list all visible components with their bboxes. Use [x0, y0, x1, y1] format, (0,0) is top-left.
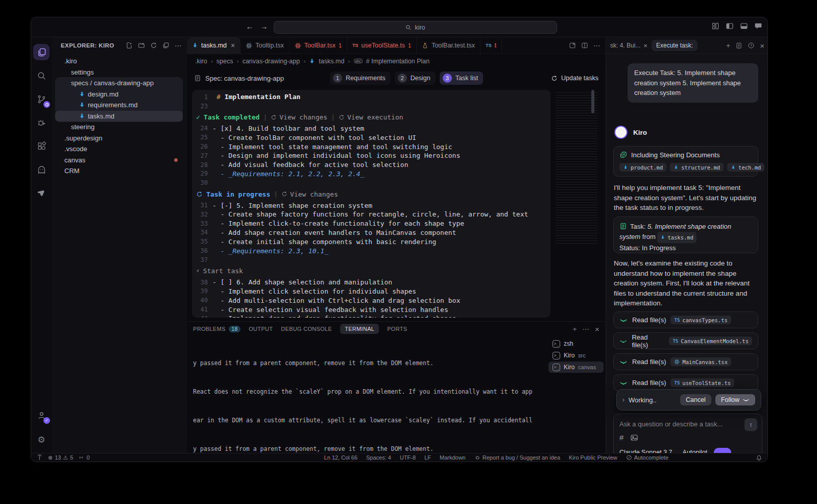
markdown-editor[interactable]: 1# Implementation Plan 23 ✓ Task complet…: [192, 90, 550, 318]
read-files-card[interactable]: Read file(s) TSCanvasElementModel.ts: [613, 332, 758, 349]
tree-item[interactable]: CRM: [55, 165, 183, 177]
tab-output[interactable]: OUTPUT: [249, 326, 273, 332]
editor-line[interactable]: 31- [-] 5. Implement shape creation syst…: [192, 201, 550, 210]
tree-item[interactable]: .kiro: [55, 56, 183, 67]
editor-line[interactable]: 29 - _Requirements: 2.1, 2.2, 2.3, 2.4_: [192, 170, 550, 179]
customize-layout-icon[interactable]: [711, 22, 719, 30]
file-chip[interactable]: TScanvasTypes.ts: [670, 316, 731, 324]
search-sidebar-icon[interactable]: [33, 67, 50, 84]
close-tab-icon[interactable]: ×: [231, 41, 235, 50]
command-center-search[interactable]: kiro: [274, 21, 557, 34]
editor-line[interactable]: 40 - Add multi-selection with Ctrl+click…: [192, 296, 550, 305]
new-chat-icon[interactable]: +: [726, 41, 730, 50]
editor-line[interactable]: 34 - Add shape creation event handlers t…: [192, 228, 550, 237]
terminal-instance-kiro-src[interactable]: >_ Kirosrc: [548, 350, 604, 361]
editor-line[interactable]: 32 - Create shape factory functions for …: [192, 210, 550, 219]
chat-input[interactable]: [619, 420, 739, 428]
editor-line[interactable]: 35 - Create initial shape components wit…: [192, 237, 550, 246]
minimap[interactable]: [556, 91, 597, 245]
chat-tab-previous[interactable]: sk: 4. Bui... ×: [610, 42, 647, 50]
terminal-instance-kiro-canvas[interactable]: >_ Kirocanvas: [548, 362, 604, 373]
read-files-card[interactable]: Read file(s) MainCanvas.tsx: [613, 353, 758, 370]
model-selector[interactable]: Claude Sonnet 3.7: [619, 449, 672, 453]
source-control-icon[interactable]: [33, 91, 50, 107]
language-mode[interactable]: Markdown: [440, 454, 466, 461]
autopilot-toggle[interactable]: [714, 448, 731, 453]
tree-item[interactable]: requirements.md: [55, 100, 183, 111]
editor-line[interactable]: 39 - Implement click selection for indiv…: [192, 287, 550, 296]
editor-line[interactable]: 1# Implementation Plan: [192, 92, 550, 102]
tree-item[interactable]: settings: [55, 67, 183, 78]
context-hash-icon[interactable]: #: [619, 433, 623, 442]
close-panel-icon[interactable]: ×: [595, 325, 599, 333]
editor-scrollbar[interactable]: [591, 90, 594, 113]
editor-more-icon[interactable]: ⋯: [593, 41, 600, 50]
file-chip[interactable]: TSCanvasElementModel.ts: [669, 337, 752, 345]
terminal-instance-zsh[interactable]: >_ zsh: [548, 338, 604, 349]
tab-toolbar-tsx[interactable]: ToolBar.tsx 1: [290, 37, 347, 54]
new-file-icon[interactable]: [126, 42, 133, 49]
start-task-link[interactable]: Start task: [203, 267, 243, 275]
run-debug-icon[interactable]: [33, 114, 50, 131]
file-chip[interactable]: structure.md: [670, 163, 724, 172]
editor-line[interactable]: 42 - Implement drag-and-drop functionali…: [192, 314, 550, 318]
kiro-public-preview[interactable]: Kiro Public Preview: [569, 454, 617, 461]
navigate-forward-button[interactable]: →: [259, 22, 269, 31]
tab-truncated-ts[interactable]: TS t: [480, 37, 502, 54]
kiro-ghost-icon[interactable]: [33, 161, 50, 178]
editor-line[interactable]: 28 - Add visual feedback for active tool…: [192, 160, 550, 170]
notifications-bell-icon[interactable]: [756, 454, 762, 461]
editor-line[interactable]: 30: [192, 178, 550, 187]
tab-ports[interactable]: PORTS: [387, 326, 407, 332]
editor-line[interactable]: 26 - Implement tool state management and…: [192, 142, 550, 151]
cursor-position[interactable]: Ln 12, Col 66: [324, 454, 357, 461]
editor-line[interactable]: 38- [ ] 6. Add shape selection and manip…: [192, 278, 550, 287]
terminal-more-icon[interactable]: ⋯: [583, 325, 589, 333]
file-chip[interactable]: tasks.md: [657, 232, 696, 243]
send-button[interactable]: ↑: [744, 418, 757, 431]
breadcrumb-item[interactable]: tasks.md: [319, 58, 344, 65]
task-list-icon[interactable]: [735, 42, 742, 49]
tab-debug-console[interactable]: DEBUG CONSOLE: [281, 326, 332, 332]
toggle-sidebar-icon[interactable]: [726, 22, 734, 30]
close-chat-tab-icon[interactable]: ×: [643, 42, 647, 50]
shapes-panel-icon[interactable]: [33, 185, 50, 201]
extensions-icon[interactable]: [33, 138, 50, 154]
file-chip[interactable]: product.md: [619, 163, 666, 172]
editor-line[interactable]: 27 - Design and implement individual too…: [192, 151, 550, 160]
editor-line[interactable]: 36 - _Requirements: 2.3, 10.1_: [192, 246, 550, 255]
history-icon[interactable]: [748, 42, 755, 49]
step-task-list[interactable]: 3 Task list: [440, 71, 483, 85]
editor-line[interactable]: 23: [192, 102, 550, 111]
eol-type[interactable]: LF: [424, 454, 431, 461]
file-chip[interactable]: TSuseToolState.ts: [670, 378, 734, 387]
editor-line[interactable]: 24- [x] 4. Build toolbar and tool system: [192, 124, 550, 133]
update-tasks-button[interactable]: Update tasks: [551, 75, 598, 82]
tab-tasks-md[interactable]: tasks.md ×: [187, 37, 241, 54]
explorer-icon[interactable]: [33, 44, 50, 60]
view-execution-link[interactable]: View execution: [339, 113, 403, 121]
terminal-output[interactable]: y passed it from a parent component, rem…: [193, 338, 539, 453]
tree-item[interactable]: design.md: [55, 89, 183, 100]
account-icon[interactable]: ✓: [33, 407, 50, 423]
view-changes-link[interactable]: View changes: [271, 113, 327, 121]
view-changes-link[interactable]: View changes: [281, 190, 338, 198]
chat-bubble-icon[interactable]: [754, 22, 762, 30]
tree-item[interactable]: specs / canvas-drawing-app: [55, 78, 183, 89]
tab-usetoolstate-ts[interactable]: TS useToolState.ts 1: [347, 37, 417, 54]
breadcrumb-item[interactable]: specs: [217, 58, 233, 65]
tree-item[interactable]: canvas: [55, 155, 183, 166]
toggle-panel-icon[interactable]: [740, 22, 748, 30]
refresh-explorer-icon[interactable]: [150, 42, 157, 49]
new-folder-icon[interactable]: [138, 42, 145, 49]
encoding[interactable]: UTF-8: [400, 454, 416, 461]
navigate-back-button[interactable]: ←: [245, 22, 255, 31]
step-design[interactable]: 2 Design: [395, 71, 436, 85]
read-files-card[interactable]: Read file(s) TScanvasTypes.ts: [613, 311, 758, 328]
close-panel-icon[interactable]: ×: [760, 41, 764, 50]
split-editor-icon[interactable]: [581, 42, 588, 49]
editor-line[interactable]: 33 - Implement click-to-create functiona…: [192, 219, 550, 228]
breadcrumb-item[interactable]: .kiro: [195, 58, 207, 65]
indentation[interactable]: Spaces: 4: [366, 454, 391, 461]
autocomplete-status[interactable]: Autocomplete: [626, 454, 668, 461]
